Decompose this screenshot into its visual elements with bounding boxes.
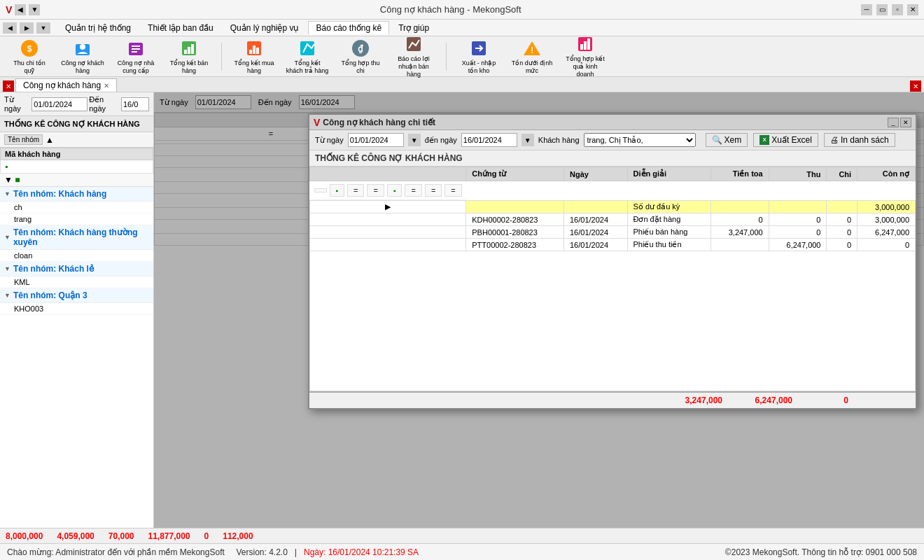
maximize-btn[interactable]: ▫ bbox=[892, 4, 903, 15]
modal-table-wrapper: Chứng từ Ngày Diễn giải Tiền toa Thu Chi… bbox=[309, 167, 916, 391]
menu-bar: ◀ ▶ ▼ Quản trị hệ thống Thiết lập ban đầ… bbox=[0, 20, 924, 36]
group-header-quan-3[interactable]: ▼ Tên nhóm: Quận 3 bbox=[0, 288, 153, 303]
modal-col-dien-giai: Diễn giải bbox=[627, 167, 710, 181]
ton-duoi-icon: ! bbox=[522, 38, 542, 58]
restore-btn[interactable]: ▭ bbox=[876, 4, 888, 15]
modal-from-picker[interactable]: ▼ bbox=[408, 134, 421, 146]
toolbar: $ Thu chi tồn quỹ Công nợ khách hàng Côn… bbox=[0, 36, 924, 77]
toolbar-cong-no-kh[interactable]: Công nợ khách hàng bbox=[59, 39, 106, 74]
modal-minimize[interactable]: _ bbox=[888, 118, 899, 127]
toolbar-sep-2 bbox=[446, 43, 447, 71]
group-header-kh-thuong-xuyen[interactable]: ▼ Tên nhóm: Khách hàng thường xuyên bbox=[0, 225, 153, 250]
modal-row3-ngay: 16/01/2024 bbox=[564, 239, 627, 251]
toolbar-tong-hop-tc[interactable]: ₫ Tổng hợp thu chi bbox=[337, 39, 384, 74]
menu-thiet-lap[interactable]: Thiết lập ban đầu bbox=[140, 21, 221, 35]
modal-close[interactable]: ✕ bbox=[900, 118, 911, 127]
tab-cong-no-kh[interactable]: Công nợ khách hàng ✕ bbox=[15, 78, 117, 92]
modal-fr-ngay: = bbox=[347, 184, 364, 197]
left-item-ch[interactable]: ch bbox=[0, 202, 153, 214]
group-header-khach-le[interactable]: ▼ Tên nhóm: Khách lẻ bbox=[0, 262, 153, 276]
modal-from-label: Từ ngày bbox=[315, 136, 344, 145]
modal-print-btn[interactable]: 🖨 In danh sách bbox=[824, 133, 895, 147]
toolbar-xuat-nhap[interactable]: Xuất - nhập tồn kho bbox=[455, 39, 503, 74]
modal-row0-chi bbox=[827, 201, 858, 214]
close-btn[interactable]: ✕ bbox=[907, 4, 918, 15]
modal-excel-btn[interactable]: X Xuất Excel bbox=[753, 133, 818, 147]
modal-row2-thu: 0 bbox=[769, 226, 827, 239]
modal-row-selected[interactable]: ▶ Số dư đầu kỳ 3,000,000 bbox=[310, 201, 916, 214]
modal-total-spacer bbox=[854, 396, 910, 405]
modal-col-ngay: Ngày bbox=[564, 167, 627, 181]
menu-tro-giup[interactable]: Trợ giúp bbox=[391, 21, 437, 35]
left-item-kho003[interactable]: KHO003 bbox=[0, 303, 153, 315]
excel-icon: X bbox=[760, 135, 769, 145]
modal-row-3[interactable]: PTT00002-280823 16/01/2024 Phiếu thu tiề… bbox=[310, 239, 916, 251]
bottom-right: ©2023 MekongSoft. Thông tin hỗ trợ: 0901… bbox=[725, 547, 917, 557]
left-to-date[interactable] bbox=[121, 97, 149, 111]
back-btn[interactable]: ◀ bbox=[15, 4, 26, 15]
svg-text:₫: ₫ bbox=[358, 44, 363, 54]
modal-row1-con-no: 3,000,000 bbox=[858, 214, 916, 226]
toolbar-tong-ket-bh[interactable]: Tổng kết bán hàng bbox=[165, 39, 213, 74]
left-item-cloan[interactable]: cloan bbox=[0, 250, 153, 262]
modal-to-picker[interactable]: ▼ bbox=[522, 134, 534, 146]
nav-back[interactable]: ◀ bbox=[3, 22, 17, 34]
modal-row-2[interactable]: PBH00001-280823 16/01/2024 Phiếu bán hàn… bbox=[310, 226, 916, 239]
left-item-kml[interactable]: KML bbox=[0, 276, 153, 288]
modal-from-date[interactable] bbox=[348, 133, 404, 147]
svg-rect-24 bbox=[580, 44, 583, 50]
close-right-panel[interactable]: ✕ bbox=[910, 80, 921, 92]
menu-quan-ly[interactable]: Quản lý nghiệp vụ bbox=[223, 21, 307, 35]
title-bar: V ◀ ▼ Công nợ khách hàng - MekongSoft ─ … bbox=[0, 0, 924, 20]
toolbar-tong-hop-kq[interactable]: Tổng hợp kết quả kinh doanh bbox=[561, 39, 609, 74]
forward-btn[interactable]: ▼ bbox=[29, 4, 40, 15]
modal-row0-con-no: 3,000,000 bbox=[858, 201, 916, 214]
modal-total-thu: 6,247,000 bbox=[728, 396, 798, 405]
menu-quan-tri[interactable]: Quản trị hệ thống bbox=[57, 21, 139, 35]
modal-fr-col0 bbox=[314, 188, 327, 192]
group2-expand-icon: ▼ bbox=[4, 234, 10, 241]
modal-col-con-no: Còn nợ bbox=[858, 167, 916, 181]
modal-total-chi: 0 bbox=[798, 396, 854, 405]
svg-rect-9 bbox=[184, 50, 187, 54]
sort-arrow-icon: ▲ bbox=[46, 135, 54, 145]
status-val-2: 4,059,000 bbox=[57, 531, 94, 541]
group-header-khach-hang[interactable]: ▼ Tên nhóm: Khách hàng bbox=[0, 187, 153, 202]
expand-all-icon[interactable]: ▼ bbox=[4, 175, 13, 185]
toolbar-tong-ket-mh[interactable]: Tổng kết mua hàng bbox=[230, 39, 278, 74]
minimize-btn[interactable]: ─ bbox=[861, 4, 872, 15]
menu-bao-cao[interactable]: Báo cáo thống kê bbox=[308, 21, 389, 34]
modal-to-date[interactable] bbox=[461, 133, 517, 147]
nav-down[interactable]: ▼ bbox=[36, 22, 50, 34]
modal-row0-tien-toa bbox=[710, 201, 769, 214]
modal-row2-ngay: 16/01/2024 bbox=[564, 226, 627, 239]
thu-chi-icon: $ bbox=[20, 38, 39, 58]
modal-row-1[interactable]: KDH00002-280823 16/01/2024 Đơn đặt hàng … bbox=[310, 214, 916, 226]
modal-xem-btn[interactable]: 🔍 Xem bbox=[706, 133, 748, 147]
tab-close-cong-no[interactable]: ✕ bbox=[104, 82, 109, 90]
sort-ten-nhom[interactable]: Tên nhóm bbox=[4, 134, 43, 145]
close-all-tabs[interactable]: ✕ bbox=[3, 80, 14, 92]
search-icon: 🔍 bbox=[712, 135, 722, 145]
toolbar-tong-ket-kth[interactable]: Tổng kết khách trả hàng bbox=[284, 39, 331, 74]
modal-cong-no-chitiet: V Công nợ khách hàng chi tiết _ ✕ Từ ngà… bbox=[308, 113, 917, 410]
toolbar-bao-cao-ln[interactable]: Báo cáo lợi nhuận bán hàng bbox=[390, 39, 438, 74]
filter-from-label: Từ ngày bbox=[4, 95, 30, 113]
left-from-date[interactable] bbox=[31, 97, 88, 111]
status-val-6: 112,000 bbox=[223, 531, 253, 541]
title-bar-left: V ◀ ▼ bbox=[6, 4, 40, 15]
toolbar-thu-chi[interactable]: $ Thu chi tồn quỹ bbox=[6, 39, 53, 74]
filter-to-label: Đến ngày bbox=[89, 95, 120, 113]
modal-col-chi: Chi bbox=[827, 167, 858, 181]
left-item-trang[interactable]: trang bbox=[0, 214, 153, 225]
left-content: ▼ ■ ▼ Tên nhóm: Khách hàng ch trang ▼ Tê… bbox=[0, 174, 153, 528]
toolbar-cong-no-ncc[interactable]: Công nợ nhà cung cấp bbox=[112, 39, 160, 74]
modal-row3-chi: 0 bbox=[827, 239, 858, 251]
modal-kh-select[interactable]: trang, Chị Thảo, bbox=[584, 133, 696, 147]
modal-row3-con-no: 0 bbox=[858, 239, 916, 251]
nav-fwd[interactable]: ▶ bbox=[20, 22, 34, 34]
main-area: Từ ngày Đến ngày THỐNG KÊ CÔNG NỢ KHÁCH … bbox=[0, 92, 924, 528]
right-panel: Từ ngày Đến ngày Dư nợ đầu Ngày tới hạn … bbox=[154, 92, 924, 528]
svg-rect-11 bbox=[191, 44, 194, 54]
toolbar-ton-duoi[interactable]: ! Tồn dưới định mức bbox=[508, 39, 556, 74]
